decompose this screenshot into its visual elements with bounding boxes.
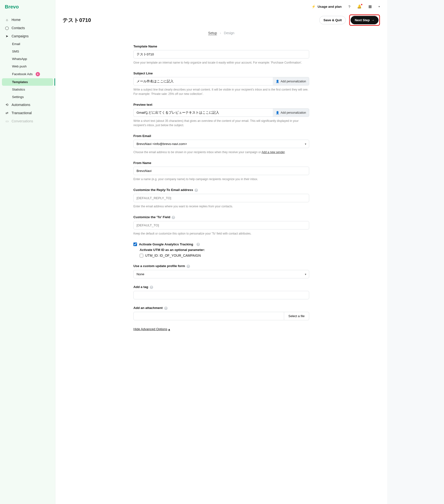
person-plus-icon: 👤: [276, 80, 279, 83]
tag-label: Add a tag?: [133, 285, 309, 289]
utm-id-checkbox[interactable]: [140, 254, 143, 257]
nav-automations[interactable]: ⟲Automations: [0, 101, 55, 109]
chevron-right-icon: ›: [220, 31, 221, 35]
from-email-label: From Email: [133, 134, 309, 138]
subnav-email[interactable]: Email: [0, 40, 55, 48]
to-field-label: Customize the 'To' Field?: [133, 215, 309, 219]
from-email-select[interactable]: [133, 140, 309, 148]
from-name-input[interactable]: [133, 167, 309, 175]
nav-campaigns[interactable]: ➤Campaigns: [0, 32, 55, 40]
select-file-button[interactable]: Select a file: [284, 312, 309, 320]
nav-conversations[interactable]: ▭Conversations: [0, 117, 55, 125]
help-icon[interactable]: ?: [348, 5, 350, 9]
send-icon: ➤: [5, 34, 9, 38]
template-name-input[interactable]: [133, 50, 309, 58]
utm-subhead: Activate UTM ID as an optional parameter…: [140, 248, 309, 252]
reply-to-input[interactable]: [133, 194, 309, 202]
reply-to-hint: Enter the email address where you want t…: [133, 204, 309, 209]
profile-form-label: Use a custom update profile form?: [133, 264, 309, 268]
profile-form-select[interactable]: [133, 270, 309, 278]
subnav-sms[interactable]: SMS: [0, 48, 55, 55]
wizard-design[interactable]: Design: [224, 31, 234, 35]
hide-advanced-link[interactable]: Hide Advanced Options▴: [133, 327, 170, 331]
subject-label: Subject Line: [133, 72, 309, 75]
preview-personalization-button[interactable]: 👤Add personalization: [273, 108, 309, 117]
subnav-facebook[interactable]: Facebook Ads✦: [0, 70, 55, 78]
sidebar: Brevo ⌂Home ◯Contacts ➤Campaigns Email S…: [0, 0, 55, 504]
to-field-input[interactable]: [133, 221, 309, 230]
help-icon[interactable]: ?: [195, 189, 198, 192]
help-icon[interactable]: ?: [164, 306, 168, 310]
utm-id-label: UTM_ID: ID_OF_YOUR_CAMPAIGN: [145, 253, 201, 257]
from-name-label: From Name: [133, 161, 309, 165]
nav-transactional[interactable]: ⇄Transactional: [0, 109, 55, 117]
preview-label: Preview text: [133, 103, 309, 107]
arrow-right-icon: →: [371, 18, 375, 22]
ga-tracking-label: Activate Google Analytics Tracking: [139, 242, 193, 246]
bell-icon[interactable]: 🔔: [357, 4, 362, 9]
wizard-steps: Setup › Design: [55, 30, 387, 45]
nav-home[interactable]: ⌂Home: [0, 16, 55, 24]
usage-and-plan-link[interactable]: ⚡Usage and plan: [312, 5, 342, 8]
preview-input[interactable]: [133, 108, 273, 117]
nav-contacts[interactable]: ◯Contacts: [0, 24, 55, 32]
subject-hint: Write a subject line that clearly descri…: [133, 88, 309, 96]
brand-logo[interactable]: Brevo: [0, 2, 55, 16]
right-preview-column: [387, 0, 444, 504]
template-name-label: Template Name: [133, 45, 309, 48]
attachment-label: Add an attachment?: [133, 306, 309, 310]
help-icon[interactable]: ?: [172, 216, 175, 219]
caret-up-icon: ▴: [168, 327, 170, 331]
subject-personalization-button[interactable]: 👤Add personalization: [273, 77, 309, 86]
help-icon[interactable]: ?: [196, 243, 200, 246]
home-icon: ⌂: [5, 18, 9, 22]
subnav-templates[interactable]: Templates: [2, 78, 53, 86]
from-email-hint: Choose the email address to be shown in …: [133, 150, 309, 154]
chat-icon: ▭: [5, 119, 9, 123]
apps-icon[interactable]: ▦: [368, 4, 372, 9]
subject-input[interactable]: [133, 77, 273, 86]
user-icon: ◯: [5, 26, 9, 30]
subnav-statistics[interactable]: Statistics: [0, 86, 55, 93]
attachment-input[interactable]: [133, 312, 284, 320]
subnav-webpush[interactable]: Web push: [0, 63, 55, 70]
page-title: テスト0710: [63, 17, 91, 24]
to-field-hint: Keep the default or customize this optio…: [133, 232, 309, 236]
preview-hint: Write a short text (about 35 characters)…: [133, 119, 309, 127]
facebook-badge-icon: ✦: [36, 72, 40, 76]
subnav-settings[interactable]: Settings: [0, 93, 55, 101]
next-step-button[interactable]: Next Step→: [351, 16, 378, 24]
bolt-icon: ⚡: [312, 5, 316, 8]
highlight-box: Next Step→: [349, 15, 380, 26]
person-plus-icon: 👤: [276, 111, 279, 114]
template-name-hint: Give your template an internal name to h…: [133, 60, 309, 65]
from-name-hint: Enter a name (e.g. your company name) to…: [133, 177, 309, 181]
account-menu[interactable]: ▾: [378, 5, 380, 8]
save-quit-button[interactable]: Save & Quit: [319, 16, 346, 24]
add-sender-link[interactable]: Add a new sender: [262, 150, 284, 154]
ga-tracking-checkbox[interactable]: [133, 242, 137, 246]
topbar: ⚡Usage and plan ? 🔔 ▦ ▾: [55, 0, 387, 11]
subnav-whatsapp[interactable]: WhatsApp: [0, 55, 55, 63]
help-icon[interactable]: ?: [150, 286, 153, 289]
wizard-setup[interactable]: Setup: [208, 31, 217, 35]
reply-to-label: Customize the Reply-To Email address?: [133, 188, 309, 192]
swap-icon: ⇄: [5, 111, 9, 115]
help-icon[interactable]: ?: [187, 265, 190, 268]
svg-text:Brevo: Brevo: [5, 4, 19, 9]
tag-input[interactable]: [133, 291, 309, 299]
automation-icon: ⟲: [5, 103, 9, 107]
